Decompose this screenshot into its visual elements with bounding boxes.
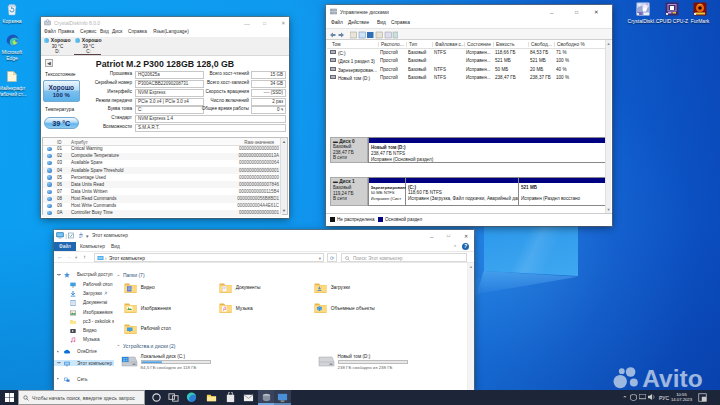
svg-text:Avito: Avito [642, 365, 702, 391]
